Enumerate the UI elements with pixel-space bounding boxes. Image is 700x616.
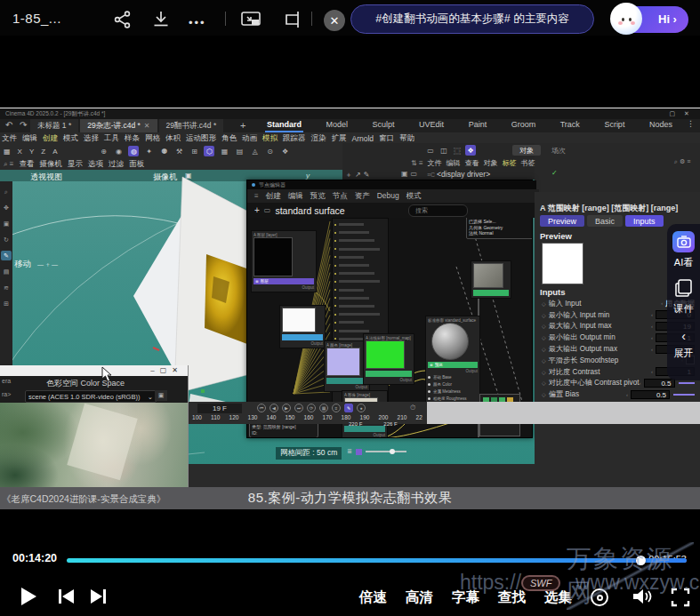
close-icon[interactable]: ✕	[324, 10, 345, 31]
menu-item-0[interactable]: 文件	[2, 133, 17, 144]
player-button-4[interactable]: 选集	[544, 588, 572, 607]
node-editor-menu-item-3[interactable]: 节点	[333, 191, 348, 202]
undo-icon[interactable]: ↶	[5, 120, 12, 130]
attr-tab-preview[interactable]: Preview	[540, 215, 584, 227]
tool-icon-12[interactable]: ❖	[279, 146, 290, 156]
menu-item-6[interactable]: 样条	[125, 133, 140, 144]
viewport-menu-item-1[interactable]: 摄像机	[39, 159, 62, 170]
layer-node[interactable]: A 图层 [layer] ≣ 图层 Output	[251, 230, 317, 292]
surface-port-1[interactable]: 颜色 Color	[428, 380, 478, 388]
tool-icon-11[interactable]: ⊙	[264, 146, 275, 156]
viewport-menu-item-3[interactable]: 选项	[88, 159, 103, 170]
add-tab-button[interactable]: +	[240, 120, 245, 131]
download-icon[interactable]	[151, 10, 171, 29]
menu-item-9[interactable]: 运动图形	[186, 133, 216, 144]
player-button-2[interactable]: 字幕	[452, 588, 479, 607]
current-frame-box[interactable]: 19 F	[197, 404, 242, 413]
tool-icon-9[interactable]: ▤	[234, 146, 245, 156]
menu-item-7[interactable]: 网格	[145, 133, 160, 144]
node-editor-menu-item-1[interactable]: 编辑	[288, 191, 303, 202]
search-suggestion-pill[interactable]: #创建翻书动画的基本步骤# 的主要内容	[350, 4, 594, 34]
tool-icon-7[interactable]: ⬡	[204, 146, 214, 156]
player-button-1[interactable]: 高清	[406, 588, 433, 607]
om-tab-1[interactable]: 场次	[544, 145, 573, 156]
layout-tab-model[interactable]: Model	[325, 119, 350, 132]
node-editor-titlebar[interactable]: 节点编辑器	[247, 180, 536, 189]
menu-item-1[interactable]: 编辑	[22, 133, 37, 144]
surface-port-0[interactable]: 基础 Base	[428, 373, 478, 380]
ai-watch-label[interactable]: AI看	[667, 256, 700, 269]
tool-icon-1[interactable]: ◉	[113, 146, 124, 156]
menu-item-5[interactable]: 工具	[104, 133, 119, 144]
layout-tab-groom[interactable]: Groom	[510, 119, 538, 132]
fullscreen-icon[interactable]	[671, 588, 690, 607]
cast-screen-icon[interactable]	[283, 10, 302, 29]
expand-label[interactable]: 展开	[667, 347, 700, 360]
node-editor-menu-item-2[interactable]: 预览	[310, 191, 326, 202]
previous-episode-button[interactable]	[59, 589, 74, 604]
chevron-left-icon[interactable]: ‹	[667, 329, 700, 343]
layout-tab-uvedit[interactable]: UVEdit	[417, 119, 446, 132]
node-editor-menu-item-5[interactable]: Debug	[377, 191, 399, 202]
viewport-menu-item-5[interactable]: 面板	[129, 159, 144, 170]
clock-icon[interactable]: ⏱	[410, 404, 415, 412]
frame-ruler[interactable]: 10011012013014015016017018019020021022	[188, 414, 427, 420]
om-view-icons[interactable]: ▣▭	[401, 170, 420, 178]
texture-node[interactable]	[471, 260, 511, 299]
layout-tabs-more-icon[interactable]: ⋮	[687, 119, 695, 128]
om-tab-0[interactable]: 对象	[512, 145, 541, 156]
tool-icon-10[interactable]: ◬	[249, 146, 260, 156]
layout-tab-track[interactable]: Track	[559, 119, 582, 132]
om-menu-item-0[interactable]: 文件	[428, 158, 442, 168]
transport-icon-0[interactable]: ⏮	[257, 404, 266, 412]
menu-icon[interactable]: ≡	[254, 192, 259, 200]
axis-lock-buttons[interactable]: ▦XYZA	[4, 148, 57, 156]
om-menu-item-4[interactable]: 标签	[503, 158, 517, 168]
viewport-menu-item-2[interactable]: 显示	[68, 159, 83, 170]
transport-icon-8[interactable]: ●	[357, 404, 366, 412]
white-layer-node[interactable]: Output	[279, 305, 326, 348]
viewport-menu-item-0[interactable]: 查看	[19, 159, 34, 170]
viewport-menu-item-4[interactable]: 过滤	[109, 159, 124, 170]
layout-tab-paint[interactable]: Paint	[467, 119, 489, 132]
node-editor-menu-item-0[interactable]: 创建	[266, 191, 281, 202]
window-controls[interactable]: –▢✕	[150, 366, 183, 374]
node-editor-menu-item-4[interactable]: 资产	[355, 191, 370, 202]
courseware-label[interactable]: 课件	[667, 302, 700, 316]
assistant-avatar[interactable]	[610, 3, 642, 35]
menu-item-13[interactable]: 跟踪器	[283, 133, 306, 144]
attr-tab-basic[interactable]: Basic	[587, 215, 623, 227]
tool-icon-6[interactable]: ⊞	[189, 146, 199, 156]
menu-item-3[interactable]: 模式	[63, 133, 78, 144]
node-editor-menu-item-6[interactable]: 模式	[406, 191, 422, 202]
menu-item-12[interactable]: 模拟	[262, 133, 278, 144]
timeline[interactable]: 19 F ⏮◀▶⏭⟳▦≡✎● ⏱ 10011012013014015016017…	[188, 402, 427, 424]
document-tab-2[interactable]: 29翻书讲.c4d *	[159, 119, 224, 132]
popup-row-2[interactable]: 法线 Normal	[469, 230, 532, 236]
om-menu-item-2[interactable]: 查看	[465, 158, 479, 168]
next-episode-button[interactable]	[91, 589, 106, 604]
menu-item-11[interactable]: 动画	[242, 133, 257, 144]
play-button[interactable]	[21, 588, 36, 605]
menu-item-15[interactable]: 扩展	[332, 133, 347, 144]
normal-map-node[interactable]: A 法线贴图 [normal_map] Output	[363, 333, 414, 385]
menu-item-14[interactable]: 渲染	[311, 133, 326, 144]
layout-tab-standard[interactable]: Standard	[265, 119, 303, 132]
menu-item-2[interactable]: 创建	[43, 133, 58, 144]
transport-icon-4[interactable]: ⟳	[307, 404, 316, 412]
object-manager-icons[interactable]: ▭◫⿴❖	[425, 145, 476, 156]
om-menu-item-5[interactable]: 书签	[521, 158, 535, 168]
enabled-check-icon[interactable]: ✓	[551, 169, 558, 177]
menu-item-18[interactable]: 帮助	[399, 133, 414, 144]
document-tab-1[interactable]: 29杂志-讲.c4d *✕	[80, 119, 157, 132]
ai-watch-icon[interactable]	[672, 231, 695, 252]
player-button-3[interactable]: 查找	[498, 588, 526, 607]
breadcrumb-label[interactable]: standard surface	[275, 205, 344, 216]
document-tab-0[interactable]: 未标题 1 *	[30, 119, 78, 132]
player-button-0[interactable]: 倍速	[359, 588, 387, 607]
node-search-input[interactable]: 搜索	[408, 204, 468, 217]
record-icon[interactable]	[591, 588, 608, 606]
menu-item-8[interactable]: 体积	[165, 133, 181, 144]
transport-icon-5[interactable]: ▦	[319, 404, 328, 412]
slider[interactable]	[679, 382, 695, 384]
